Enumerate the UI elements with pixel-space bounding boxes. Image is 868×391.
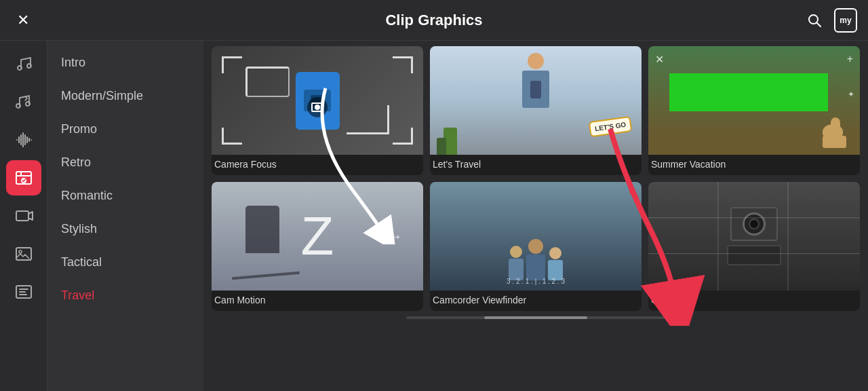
grid-item-camcorder[interactable]: 3 . 2 . 1 . | . 1 . 2 . 3 Camcorder View… (430, 182, 642, 311)
sidebar-icon-clip-graphics[interactable] (6, 160, 41, 196)
category-item-modern-simple[interactable]: Modern/Simple (47, 79, 203, 113)
rec-dot (629, 189, 635, 194)
svg-rect-16 (16, 211, 28, 221)
grid-label-camcorder: Camcorder Viewfinder (430, 291, 642, 311)
svg-point-18 (19, 250, 22, 253)
grid-label-cam-motion: Cam Motion (212, 291, 423, 311)
svg-line-1 (816, 22, 821, 26)
category-item-intro[interactable]: Intro (47, 46, 203, 79)
content-area[interactable]: Camera Focus LET'S GO (203, 41, 868, 391)
sparkle-1: ✦ (848, 90, 854, 99)
category-item-retro[interactable]: Retro (47, 146, 203, 179)
grid-label-summer-vacation: Summer Vacation (648, 155, 860, 175)
grid-item-grid-shift[interactable]: Grid Shift (648, 182, 860, 311)
sidebar-icon-photo[interactable] (6, 236, 41, 272)
category-item-promo[interactable]: Promo (47, 113, 203, 146)
category-item-romantic[interactable]: Romantic (47, 179, 203, 212)
grid-item-camera-focus[interactable]: Camera Focus (212, 46, 423, 175)
horizontal-scrollbar[interactable] (212, 316, 860, 319)
sidebar-icon-waveform[interactable] (6, 122, 41, 157)
grid-label-grid-shift: Grid Shift (648, 291, 860, 311)
z-letter: Z (301, 209, 334, 263)
category-list: Intro Modern/Simple Promo Retro Romantic… (47, 41, 203, 391)
sidebar-icon-fx[interactable] (6, 84, 41, 119)
header: ✕ Clip Graphics my (0, 0, 868, 41)
grid-item-summer-vacation[interactable]: ✕ + ✦ Summer Vacation (648, 46, 860, 175)
svg-point-4 (16, 104, 20, 108)
my-button[interactable]: my (834, 8, 857, 33)
grid-item-lets-travel[interactable]: LET'S GO Let's Travel (430, 46, 642, 175)
category-item-tactical[interactable]: Tactical (47, 246, 203, 279)
svg-point-2 (18, 66, 22, 70)
plus-icon-1: ✕ (655, 53, 664, 66)
grid-label-lets-travel: Let's Travel (430, 155, 642, 175)
header-title: Clip Graphics (385, 12, 482, 29)
search-button[interactable] (803, 8, 826, 33)
grid-label-camera-focus: Camera Focus (212, 155, 423, 175)
sidebar-icon-music[interactable] (6, 46, 41, 81)
sidebar-icons (0, 41, 47, 391)
grid: Camera Focus LET'S GO (212, 46, 860, 311)
grid-item-cam-motion[interactable]: Z → Cam Motion (212, 182, 423, 311)
countdown-text: 3 . 2 . 1 . | . 1 . 2 . 3 (507, 278, 565, 285)
plus-icon-2: + (847, 53, 853, 65)
close-button[interactable]: ✕ (11, 8, 35, 33)
sidebar-icon-video[interactable] (6, 198, 41, 234)
sidebar-icon-text[interactable] (6, 274, 41, 310)
category-item-stylish[interactable]: Stylish (47, 212, 203, 246)
category-item-travel[interactable]: Travel (47, 279, 203, 312)
